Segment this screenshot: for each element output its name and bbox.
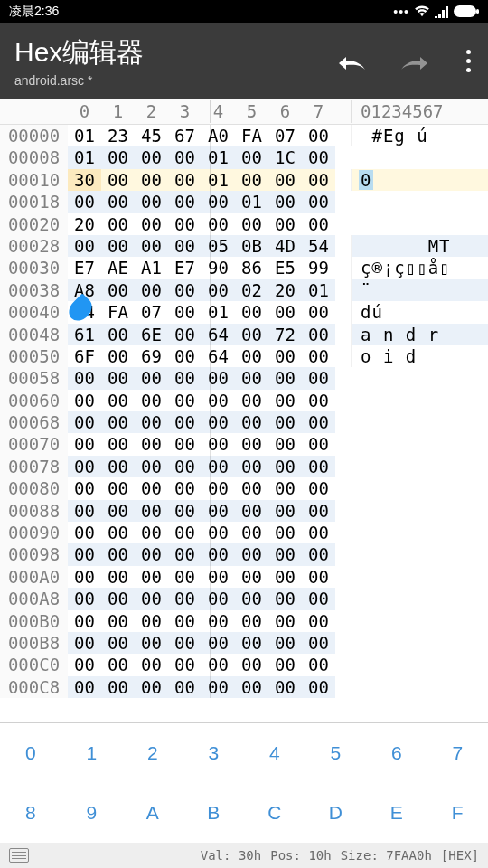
hex-byte[interactable]: 00 [235,213,268,235]
hex-byte[interactable]: 00 [68,390,101,411]
hex-byte[interactable]: 00 [202,456,235,477]
hex-byte[interactable]: 00 [235,566,268,588]
hex-row[interactable]: 000880000000000000000 [0,500,488,522]
hex-byte[interactable]: 00 [302,125,335,146]
keypad-key-B[interactable]: B [183,783,245,843]
hex-byte[interactable]: 00 [168,324,202,345]
hex-byte[interactable]: 72 [268,324,302,345]
hex-byte[interactable]: 00 [235,411,268,433]
hex-byte[interactable]: 00 [135,588,168,609]
hex-byte[interactable]: 00 [202,610,235,632]
hex-byte[interactable]: 00 [68,522,101,543]
hex-byte[interactable]: 00 [302,301,335,323]
hex-row[interactable]: 0001030000000010000000 [0,169,488,191]
hex-byte[interactable]: 00 [101,279,135,301]
hex-byte[interactable]: 00 [135,433,168,455]
hex-byte[interactable]: 00 [168,676,202,698]
hex-byte[interactable]: 00 [268,411,302,433]
ascii-cell[interactable]: dú [351,301,488,323]
hex-row[interactable]: 000700000000000000000 [0,433,488,455]
hex-byte[interactable]: 00 [235,390,268,411]
keypad-key-7[interactable]: 7 [427,723,489,783]
hex-row[interactable]: 000C00000000000000000 [0,654,488,675]
hex-row[interactable]: 000080100000001001C00 [0,146,488,168]
keypad-key-4[interactable]: 4 [244,723,305,783]
ascii-cell[interactable]: ç®¡ç▯▯å▯ [351,257,488,278]
hex-byte[interactable]: 00 [302,191,335,212]
hex-byte[interactable]: 00 [101,654,135,675]
ascii-cell[interactable]: 0 [351,169,488,191]
hex-byte[interactable]: 00 [101,522,135,543]
hex-byte[interactable]: 00 [235,610,268,632]
hex-byte[interactable]: 00 [168,543,202,565]
hex-row[interactable]: 000900000000000000000 [0,522,488,543]
hex-byte[interactable]: E7 [168,257,202,278]
hex-byte[interactable]: 01 [202,146,235,168]
hex-byte[interactable]: 00 [101,390,135,411]
hex-byte[interactable]: 00 [68,676,101,698]
hex-byte[interactable]: 01 [302,279,335,301]
hex-byte[interactable]: 00 [235,588,268,609]
hex-byte[interactable]: 00 [135,367,168,389]
hex-byte[interactable]: 00 [202,279,235,301]
hex-byte[interactable]: 00 [135,566,168,588]
hex-byte[interactable]: 00 [235,632,268,654]
hex-row[interactable]: 0004861006E0064007200a n d r [0,324,488,345]
hex-byte[interactable]: 00 [168,191,202,212]
hex-byte[interactable]: 86 [235,257,268,278]
hex-byte[interactable]: 00 [302,566,335,588]
hex-byte[interactable]: 00 [68,610,101,632]
hex-byte[interactable]: 20 [68,213,101,235]
hex-byte[interactable]: 00 [135,279,168,301]
hex-byte[interactable]: 00 [101,169,135,191]
hex-byte[interactable]: 00 [135,477,168,499]
hex-byte[interactable]: 00 [135,632,168,654]
hex-byte[interactable]: 30 [68,169,101,191]
hex-byte[interactable]: 00 [168,632,202,654]
hex-byte[interactable]: 00 [302,588,335,609]
hex-byte[interactable]: 00 [268,345,302,367]
hex-byte[interactable]: 00 [168,367,202,389]
hex-byte[interactable]: 00 [302,654,335,675]
hex-byte[interactable]: 00 [235,324,268,345]
hex-byte[interactable]: 00 [268,477,302,499]
hex-byte[interactable]: 00 [101,632,135,654]
hex-row[interactable]: 000A80000000000000000 [0,588,488,609]
hex-byte[interactable]: 00 [202,390,235,411]
hex-byte[interactable]: 00 [235,477,268,499]
hex-byte[interactable]: 00 [235,433,268,455]
hex-byte[interactable]: A0 [202,125,235,146]
keypad-key-5[interactable]: 5 [305,723,367,783]
hex-byte[interactable]: 61 [68,324,101,345]
hex-byte[interactable]: 00 [135,543,168,565]
undo-button[interactable] [336,45,369,78]
hex-byte[interactable]: 69 [135,345,168,367]
hex-byte[interactable]: 00 [235,500,268,522]
hex-byte[interactable]: 01 [202,169,235,191]
hex-row[interactable]: 000180000000000010000 [0,191,488,212]
keypad-key-2[interactable]: 2 [122,723,183,783]
hex-byte[interactable]: 02 [235,279,268,301]
hex-byte[interactable]: 00 [135,610,168,632]
hex-byte[interactable]: 00 [202,632,235,654]
hex-row[interactable]: 000800000000000000000 [0,477,488,499]
hex-byte[interactable]: 00 [202,433,235,455]
hex-row[interactable]: 000B00000000000000000 [0,610,488,632]
hex-byte[interactable]: 07 [268,125,302,146]
hex-byte[interactable]: 00 [268,301,302,323]
hex-byte[interactable]: 0B [235,235,268,257]
hex-row[interactable]: 000506F00690064000000o i d [0,345,488,367]
hex-byte[interactable]: 00 [68,477,101,499]
hex-byte[interactable]: 00 [202,477,235,499]
hex-byte[interactable]: 00 [101,235,135,257]
hex-byte[interactable]: 00 [135,522,168,543]
hex-byte[interactable]: 00 [101,676,135,698]
hex-byte[interactable]: 00 [302,345,335,367]
hex-byte[interactable]: 01 [235,191,268,212]
hex-byte[interactable]: 00 [268,390,302,411]
hex-row[interactable]: 000680000000000000000 [0,411,488,433]
hex-byte[interactable]: 01 [68,125,101,146]
hex-byte[interactable]: 00 [68,632,101,654]
hex-byte[interactable]: 00 [101,433,135,455]
hex-byte[interactable]: 00 [268,543,302,565]
